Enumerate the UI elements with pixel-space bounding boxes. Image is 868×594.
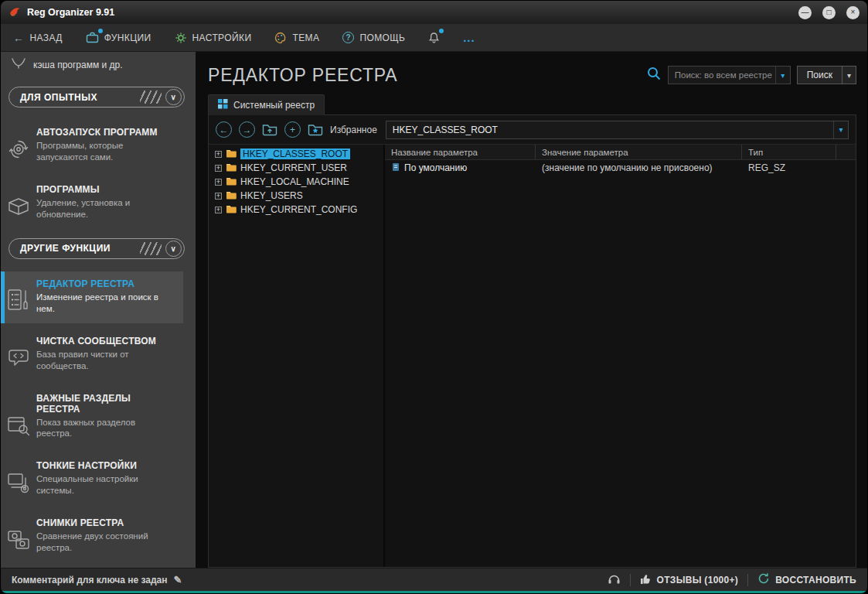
more-icon: ...	[463, 31, 475, 44]
column-header-type[interactable]: Тип	[742, 145, 836, 159]
sidebar-item-desc: Программы, которые запускаются сами.	[36, 140, 166, 163]
minimize-button[interactable]: —	[798, 6, 812, 19]
search-button[interactable]: Поиск ▾	[797, 66, 856, 84]
sidebar-item-title: ТОНКИЕ НАСТРОЙКИ	[36, 460, 174, 471]
section-advanced[interactable]: ДЛЯ ОПЫТНЫХ ∨	[9, 87, 185, 108]
string-value-icon	[391, 162, 400, 174]
sidebar-item-title: СНИМКИ РЕЕСТРА	[36, 517, 174, 528]
folder-icon	[226, 162, 237, 174]
menu-help-label: ПОМОЩЬ	[359, 32, 405, 43]
nav-back-button[interactable]: ←	[216, 121, 232, 138]
important-keys-icon	[6, 414, 31, 440]
menu-help[interactable]: ? ПОМОЩЬ	[342, 32, 405, 43]
thumbs-up-icon	[640, 573, 652, 587]
section-other[interactable]: ДРУГИЕ ФУНКЦИИ ∨	[9, 238, 185, 259]
maximize-button[interactable]: □	[822, 6, 836, 19]
sidebar-item-programs[interactable]: ПРОГРАММЫ Удаление, установка и обновлен…	[1, 177, 183, 229]
tree-key-label[interactable]: HKEY_LOCAL_MACHINE	[240, 176, 349, 187]
sidebar: кэша программ и др. ДЛЯ ОПЫТНЫХ ∨ АВТОЗА…	[1, 52, 196, 568]
tree-row[interactable]: + HKEY_CURRENT_USER	[209, 161, 383, 175]
nav-forward-button[interactable]: →	[239, 121, 255, 138]
sidebar-item-autostart[interactable]: АВТОЗАПУСК ПРОГРАММ Программы, которые з…	[1, 120, 183, 172]
sidebar-item-desc: Удаление, установка и обновление.	[36, 197, 166, 220]
favorites-label[interactable]: Избранное	[330, 125, 377, 135]
window-title: Reg Organizer 9.91	[27, 7, 114, 18]
tree-key-label[interactable]: HKEY_CURRENT_USER	[240, 162, 347, 173]
menu-functions[interactable]: ФУНКЦИИ	[86, 32, 151, 43]
new-key-button[interactable]: +	[284, 121, 301, 138]
expand-icon[interactable]: +	[215, 151, 222, 158]
column-header-name[interactable]: Название параметра	[385, 145, 536, 159]
search-scope-combobox[interactable]: Поиск: во всем реестре ▾	[668, 66, 791, 84]
menu-more[interactable]: ...	[463, 31, 475, 44]
tree-row[interactable]: + HKEY_LOCAL_MACHINE	[209, 175, 383, 189]
menu-notifications[interactable]	[428, 32, 440, 44]
restore-button[interactable]: ВОССТАНОВИТЬ	[757, 572, 856, 587]
sidebar-item-desc: Показ важных разделов реестра.	[36, 417, 166, 440]
chevron-down-icon[interactable]: ∨	[165, 89, 182, 105]
status-right: ОТЗЫВЫ (1000+) ВОССТАНОВИТЬ	[608, 572, 856, 587]
app-logo-icon	[9, 6, 21, 19]
programs-icon	[6, 195, 31, 221]
expand-icon[interactable]: +	[215, 165, 222, 172]
value-type: REG_SZ	[748, 162, 785, 173]
content-header: РЕДАКТОР РЕЕСТРА Поиск: во всем реестре …	[208, 58, 856, 92]
tab-strip: Системный реестр	[208, 92, 856, 114]
section-advanced-label: ДЛЯ ОПЫТНЫХ	[20, 92, 140, 103]
pencil-icon[interactable]: ✎	[174, 574, 182, 585]
value-data-cell[interactable]: (значение по умолчанию не присвоено)	[536, 162, 742, 173]
community-clean-icon	[6, 346, 31, 373]
search-scope-dropdown-icon[interactable]: ▾	[775, 67, 790, 84]
sidebar-item-title: РЕДАКТОР РЕЕСТРА	[36, 278, 174, 289]
tree-row[interactable]: + HKEY_CLASSES_ROOT	[209, 147, 383, 161]
tree-key-label[interactable]: HKEY_USERS	[240, 190, 303, 201]
column-header-value[interactable]: Значение параметра	[536, 145, 742, 159]
menu-settings[interactable]: НАСТРОЙКИ	[175, 32, 252, 44]
feedback-button[interactable]: ОТЗЫВЫ (1000+)	[640, 573, 739, 587]
search-button-label[interactable]: Поиск	[798, 70, 842, 80]
sidebar-item-community-clean[interactable]: ЧИСТКА СООБЩЕСТВОМ База правил чистки от…	[1, 329, 183, 381]
expand-icon[interactable]: +	[215, 193, 222, 200]
sidebar-item-important-keys[interactable]: ВАЖНЫЕ РАЗДЕЛЫ РЕЕСТРА Показ важных разд…	[1, 386, 183, 449]
gear-icon	[175, 32, 187, 44]
search-scope-value[interactable]: Поиск: во всем реестре	[669, 70, 775, 80]
sidebar-item-title: ЧИСТКА СООБЩЕСТВОМ	[36, 336, 174, 346]
tab-system-registry[interactable]: Системный реестр	[208, 94, 325, 115]
autostart-icon	[6, 138, 31, 164]
expand-icon[interactable]: +	[215, 179, 222, 186]
search-button-dropdown-icon[interactable]: ▾	[842, 67, 856, 84]
value-type-cell[interactable]: REG_SZ	[742, 162, 836, 173]
tree-key-label[interactable]: HKEY_CLASSES_ROOT	[240, 148, 350, 159]
registry-toolbar: ← → + Избранное HKEY_CLASSES_ROOT ▾	[209, 115, 856, 145]
menu-back[interactable]: ← НАЗАД	[13, 32, 63, 44]
registry-split-view: + HKEY_CLASSES_ROOT + HKEY_CURRENT_USER …	[209, 145, 856, 567]
favorites-icon[interactable]	[308, 123, 323, 136]
address-dropdown-icon[interactable]: ▾	[833, 121, 848, 138]
sidebar-item-snapshots[interactable]: СНИМКИ РЕЕСТРА Сравнение двух состояний …	[1, 510, 183, 562]
sidebar-item-registry-editor[interactable]: РЕДАКТОР РЕЕСТРА Изменение реестра и пои…	[1, 271, 183, 323]
menu-settings-label: НАСТРОЙКИ	[192, 32, 252, 43]
comment-area[interactable]: Комментарий для ключа не задан ✎	[12, 574, 182, 585]
sidebar-item-cleanup-partial[interactable]: кэша программ и др.	[1, 56, 196, 77]
menu-functions-label: ФУНКЦИИ	[104, 32, 151, 43]
tree-row[interactable]: + HKEY_CURRENT_CONFIG	[209, 203, 383, 217]
address-combobox[interactable]: HKEY_CLASSES_ROOT ▾	[386, 121, 849, 139]
go-up-button[interactable]	[262, 123, 277, 136]
expand-icon[interactable]: +	[215, 207, 222, 213]
chevron-down-icon[interactable]: ∨	[165, 241, 182, 257]
tree-row[interactable]: + HKEY_USERS	[209, 189, 383, 203]
support-headphones-icon[interactable]	[608, 573, 621, 587]
close-button[interactable]: ×	[846, 6, 859, 19]
restore-label: ВОССТАНОВИТЬ	[775, 575, 856, 585]
address-value[interactable]: HKEY_CLASSES_ROOT	[386, 125, 833, 135]
menu-bar: ← НАЗАД ФУНКЦИИ НАСТРОЙКИ ТЕМА ? ПОМОЩЬ	[1, 24, 867, 52]
value-row[interactable]: По умолчанию (значение по умолчанию не п…	[385, 160, 856, 176]
tree-key-label[interactable]: HKEY_CURRENT_CONFIG	[240, 204, 357, 215]
bell-icon	[428, 32, 440, 44]
fine-tuning-icon	[6, 471, 31, 497]
sidebar-item-fine-tuning[interactable]: ТОНКИЕ НАСТРОЙКИ Специальные настройки с…	[1, 453, 183, 505]
sidebar-item-label: кэша программ и др.	[33, 60, 123, 70]
functions-badge	[98, 29, 103, 33]
menu-theme[interactable]: ТЕМА	[274, 32, 319, 44]
value-name-cell[interactable]: По умолчанию	[385, 162, 536, 174]
